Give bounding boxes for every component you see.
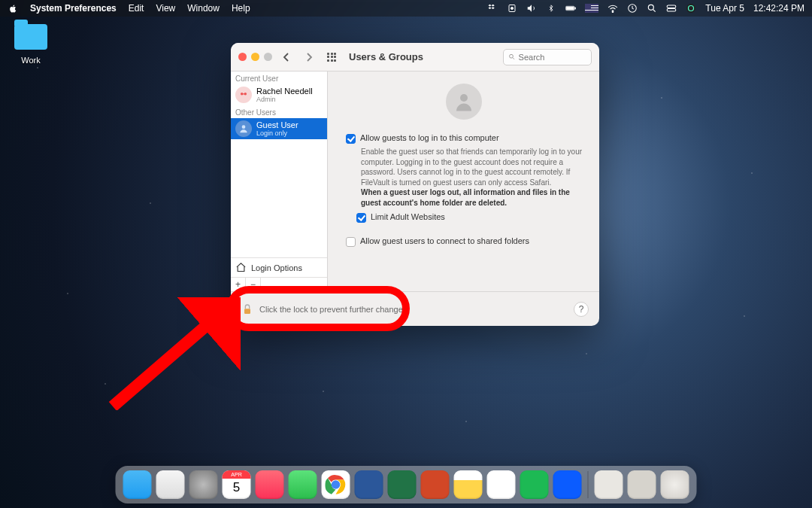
remove-user-button[interactable]: − bbox=[246, 278, 261, 291]
guest-avatar[interactable] bbox=[446, 84, 482, 120]
lock-icon[interactable] bbox=[241, 303, 253, 316]
recording-icon[interactable] bbox=[507, 3, 517, 14]
dock-app-chrome[interactable] bbox=[322, 470, 350, 499]
search-icon bbox=[508, 53, 516, 61]
limit-adult-checkbox[interactable] bbox=[356, 213, 366, 223]
svg-point-22 bbox=[460, 94, 468, 102]
dock: APR5 bbox=[116, 466, 697, 503]
menu-help[interactable]: Help bbox=[232, 3, 250, 14]
svg-rect-4 bbox=[567, 7, 574, 10]
dock-app-zoom[interactable] bbox=[553, 470, 582, 499]
menubar-date[interactable]: Tue Apr 5 bbox=[705, 3, 744, 14]
users-sidebar: Current User Rachel Needell Admin Other … bbox=[231, 71, 328, 291]
svg-rect-13 bbox=[668, 5, 677, 8]
svg-point-1 bbox=[511, 8, 514, 10]
user-role: Login only bbox=[256, 129, 298, 137]
minimize-button[interactable] bbox=[251, 53, 259, 61]
dock-app-spotify[interactable] bbox=[520, 470, 549, 499]
svg-rect-8 bbox=[585, 10, 598, 11]
svg-rect-23 bbox=[244, 309, 250, 314]
dock-doc-2[interactable] bbox=[628, 470, 656, 499]
timemachine-icon[interactable] bbox=[627, 3, 638, 14]
dock-app-launchpad[interactable] bbox=[156, 470, 185, 499]
menu-window[interactable]: Window bbox=[187, 3, 220, 14]
volume-icon[interactable] bbox=[526, 3, 537, 14]
dock-trash[interactable] bbox=[661, 470, 689, 499]
spotlight-icon[interactable] bbox=[647, 3, 657, 14]
login-options-label: Login Options bbox=[251, 263, 302, 272]
search-input[interactable] bbox=[519, 53, 586, 62]
dock-app-excel[interactable] bbox=[388, 470, 417, 499]
dock-app-music[interactable] bbox=[256, 470, 284, 499]
desktop-folder-work[interactable]: Work bbox=[11, 24, 51, 66]
folder-icon bbox=[14, 24, 47, 50]
svg-point-21 bbox=[242, 125, 246, 129]
dock-app-settings[interactable] bbox=[189, 470, 218, 499]
allow-guests-description: Enable the guest user so that friends ca… bbox=[341, 147, 586, 212]
add-user-button[interactable]: + bbox=[231, 278, 246, 291]
close-button[interactable] bbox=[238, 53, 247, 61]
dock-separator bbox=[588, 471, 589, 498]
show-all-button[interactable] bbox=[323, 49, 340, 65]
svg-rect-3 bbox=[575, 8, 576, 9]
titlebar: Users & Groups bbox=[231, 43, 599, 71]
bluetooth-icon[interactable] bbox=[546, 3, 556, 14]
svg-rect-14 bbox=[668, 9, 677, 11]
control-center-icon[interactable] bbox=[666, 3, 677, 14]
battery-icon[interactable] bbox=[565, 3, 576, 14]
menu-edit[interactable]: Edit bbox=[129, 3, 144, 14]
svg-point-10 bbox=[613, 11, 614, 13]
forward-button[interactable] bbox=[301, 49, 317, 65]
window-title: Users & Groups bbox=[349, 51, 423, 62]
dock-app-powerpoint[interactable] bbox=[421, 470, 450, 499]
sidebar-user-guest[interactable]: Guest User Login only bbox=[231, 118, 327, 139]
apple-icon[interactable] bbox=[8, 3, 18, 14]
limit-adult-label: Limit Adult Websites bbox=[371, 212, 445, 223]
svg-rect-20 bbox=[243, 93, 244, 94]
other-users-label: Other Users bbox=[231, 105, 327, 118]
siri-icon[interactable] bbox=[686, 3, 696, 14]
back-button[interactable] bbox=[278, 49, 295, 65]
app-name[interactable]: System Preferences bbox=[30, 3, 117, 14]
lock-text[interactable]: Click the lock to prevent further change… bbox=[259, 305, 409, 314]
house-icon bbox=[235, 262, 247, 273]
window-footer: Click the lock to prevent further change… bbox=[231, 291, 599, 326]
svg-point-12 bbox=[649, 5, 654, 10]
menu-view[interactable]: View bbox=[156, 3, 175, 14]
user-role: Admin bbox=[256, 96, 313, 103]
user-name: Guest User bbox=[256, 120, 298, 129]
dock-app-notes[interactable] bbox=[454, 470, 483, 499]
search-field[interactable] bbox=[503, 49, 592, 65]
dock-doc-1[interactable] bbox=[595, 470, 623, 499]
dock-app-calendar[interactable]: APR5 bbox=[223, 470, 251, 499]
svg-point-17 bbox=[510, 54, 514, 58]
zoom-button[interactable] bbox=[264, 53, 272, 61]
menubar-time[interactable]: 12:42:24 PM bbox=[753, 3, 804, 14]
dock-app-word[interactable] bbox=[355, 470, 383, 499]
dropbox-icon[interactable] bbox=[487, 3, 498, 14]
avatar-icon bbox=[235, 120, 252, 137]
flag-icon[interactable] bbox=[585, 3, 598, 14]
dock-app-slack[interactable] bbox=[487, 470, 516, 499]
dock-app-messages[interactable] bbox=[289, 470, 317, 499]
help-button[interactable]: ? bbox=[574, 302, 589, 317]
user-name: Rachel Needell bbox=[256, 87, 313, 96]
folder-label: Work bbox=[21, 56, 40, 65]
shared-folders-label: Allow guest users to connect to shared f… bbox=[360, 236, 529, 247]
current-user-label: Current User bbox=[231, 71, 327, 84]
menubar: System Preferences Edit View Window Help… bbox=[0, 0, 812, 17]
svg-point-15 bbox=[686, 4, 695, 13]
shared-folders-checkbox[interactable] bbox=[346, 237, 356, 247]
svg-rect-9 bbox=[585, 4, 591, 9]
dock-app-finder[interactable] bbox=[123, 470, 152, 499]
preferences-window: Users & Groups Current User Rachel Neede… bbox=[231, 43, 599, 326]
wifi-icon[interactable] bbox=[607, 3, 618, 14]
content-pane: Allow guests to log in to this computer … bbox=[328, 71, 599, 291]
allow-guests-label: Allow guests to log in to this computer bbox=[360, 133, 499, 144]
sidebar-user-current[interactable]: Rachel Needell Admin bbox=[231, 84, 327, 105]
allow-guests-checkbox[interactable] bbox=[346, 134, 356, 144]
avatar-icon bbox=[235, 87, 252, 103]
login-options[interactable]: Login Options bbox=[231, 257, 327, 277]
